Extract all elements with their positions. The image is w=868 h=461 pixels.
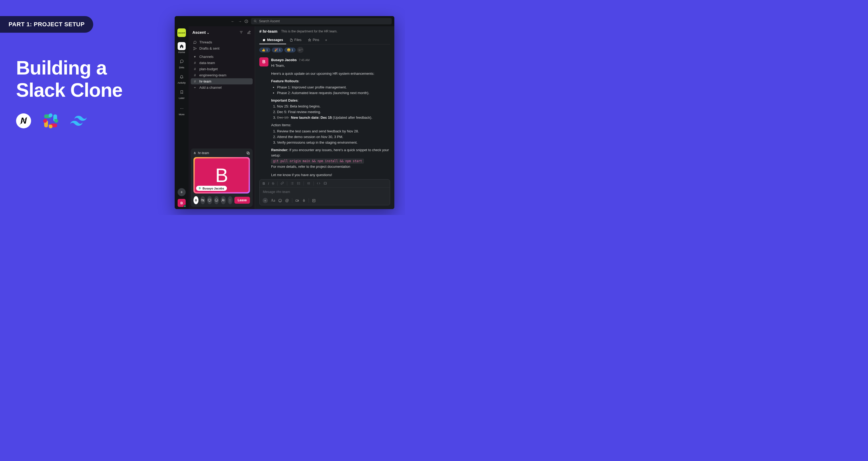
- user-avatar[interactable]: B: [178, 199, 186, 207]
- leave-button[interactable]: Leave: [235, 197, 250, 204]
- message-author[interactable]: Busayo Jacobs: [271, 57, 297, 63]
- blockquote-button[interactable]: [307, 181, 310, 185]
- svg-rect-4: [195, 199, 196, 201]
- tab-files[interactable]: Files: [287, 36, 304, 44]
- screen-share-button[interactable]: [207, 196, 212, 204]
- bullet-list-button[interactable]: [297, 181, 301, 185]
- link-button[interactable]: [280, 181, 284, 185]
- video-clip-button[interactable]: [295, 198, 299, 203]
- message-text: Let me know if you have any questions!: [271, 172, 390, 177]
- huddle-participant-badge: ⊪Busayo Jacobs: [196, 186, 227, 191]
- rail-dms[interactable]: DMs: [176, 56, 188, 70]
- bell-icon: [178, 73, 186, 81]
- huddle-more-button[interactable]: ⋮: [228, 196, 233, 204]
- italic-button[interactable]: I: [268, 181, 269, 185]
- caret-down-icon: ▾: [193, 55, 197, 59]
- channel-title[interactable]: # hr-team: [259, 29, 278, 33]
- slack-logo-icon: [43, 113, 58, 128]
- search-input[interactable]: Search Ascent: [251, 18, 392, 24]
- channels-section[interactable]: ▾Channels: [191, 54, 253, 60]
- more-icon: ⋯: [178, 104, 186, 112]
- nav-back-icon[interactable]: ←: [231, 19, 235, 23]
- channel-description: This is the department for the HR team.: [281, 29, 338, 33]
- formatting-button[interactable]: Aa: [271, 198, 275, 203]
- mic-button[interactable]: [193, 196, 198, 204]
- workspace-badge[interactable]: ascent: [177, 28, 186, 37]
- sidebar-threads[interactable]: Threads: [191, 39, 253, 45]
- list-item: Attend the demo session on Nov 30, 3 PM.: [277, 134, 390, 140]
- section-header: Feature Rollouts: [271, 79, 299, 83]
- emoji-button[interactable]: [214, 196, 219, 204]
- sidebar-label: Channels: [199, 55, 214, 59]
- bookmark-icon: [178, 88, 186, 96]
- rail-home[interactable]: Home: [176, 41, 188, 55]
- message-text: Reminder: If you encounter any issues, h…: [271, 147, 390, 158]
- add-workspace-button[interactable]: +: [178, 188, 186, 196]
- section-header: Important Dates: [271, 98, 298, 102]
- audio-clip-button[interactable]: [302, 199, 306, 202]
- codeblock-button[interactable]: [323, 181, 327, 185]
- sidebar-channel[interactable]: #data-team: [191, 60, 253, 66]
- popout-icon[interactable]: [246, 151, 250, 155]
- sidebar-channel[interactable]: #plan-budget: [191, 66, 253, 72]
- add-reaction-button[interactable]: ☺⁺: [297, 47, 304, 53]
- add-channel[interactable]: +Add a channel: [191, 85, 253, 91]
- tab-label: Pins: [313, 38, 319, 42]
- huddle-panel: ⋔hr-team B ⊪Busayo Jacobs ⋮ Leave: [191, 149, 253, 207]
- rail-later[interactable]: Later: [176, 87, 188, 101]
- attach-button[interactable]: +: [262, 198, 268, 203]
- compose-icon[interactable]: [247, 30, 251, 34]
- rail-label: Activity: [178, 81, 186, 84]
- svg-point-9: [297, 182, 298, 183]
- hero-title-line2: Slack Clone: [16, 79, 172, 101]
- svg-rect-14: [296, 200, 298, 201]
- sidebar-label: Add a channel: [199, 86, 222, 90]
- svg-point-1: [254, 20, 256, 22]
- emoji-picker-button[interactable]: [278, 198, 282, 203]
- bold-button[interactable]: B: [262, 181, 265, 185]
- tab-pins[interactable]: Pins: [305, 36, 322, 44]
- hero-title-line1: Building a: [16, 57, 172, 79]
- workspace-rail: ascent Home DMs Activity Later ⋯ More: [175, 26, 189, 209]
- sidebar-channel[interactable]: #hr-team: [191, 78, 253, 85]
- message-avatar[interactable]: B: [259, 57, 269, 66]
- history-icon[interactable]: [244, 19, 248, 23]
- threads-icon: [193, 40, 197, 44]
- tab-messages[interactable]: Messages: [259, 36, 286, 44]
- workspace-name[interactable]: Ascent ⌄: [192, 30, 209, 35]
- reaction-pill[interactable]: 👍1: [259, 48, 270, 52]
- tab-label: Messages: [267, 38, 283, 42]
- reactions-bar: 👍1 🎉1 😄1 ☺⁺: [255, 44, 394, 55]
- list-item: Review the test cases and send feedback …: [277, 129, 390, 134]
- mention-button[interactable]: @: [285, 198, 289, 203]
- file-icon: [289, 38, 293, 42]
- message-time: 7:45 AM: [299, 58, 309, 62]
- filter-icon[interactable]: [239, 30, 243, 34]
- rail-activity[interactable]: Activity: [176, 71, 188, 86]
- tech-logos: N: [16, 113, 172, 128]
- nav-forward-icon[interactable]: →: [238, 19, 242, 23]
- hash-icon: #: [193, 67, 197, 71]
- add-tab-button[interactable]: +: [323, 36, 330, 44]
- hash-icon: #: [193, 61, 197, 65]
- code-button[interactable]: [317, 181, 320, 185]
- topbar: ← → Search Ascent: [175, 16, 394, 26]
- list-item: Phase 1: Improved user profile managemen…: [277, 85, 390, 90]
- list-item: Phase 2: Automated leave requests (launc…: [277, 90, 390, 96]
- composer-input[interactable]: Mesage #hr-team: [259, 188, 390, 196]
- reaction-pill[interactable]: 😄1: [284, 48, 296, 52]
- shortcuts-button[interactable]: [312, 198, 316, 203]
- rail-more[interactable]: ⋯ More: [176, 103, 188, 117]
- reaction-pill[interactable]: 🎉1: [272, 48, 283, 52]
- invite-button[interactable]: [221, 196, 226, 204]
- strike-button[interactable]: S: [272, 181, 274, 185]
- sidebar-channel[interactable]: #engineering-team: [191, 72, 253, 78]
- message-text: Hi Team,: [271, 63, 390, 68]
- video-off-button[interactable]: [200, 196, 206, 204]
- message-list[interactable]: B Busayo Jacobs 7:45 AM Hi Team, Here's …: [255, 55, 394, 177]
- message-text: Here's a quick update on our upcoming HR…: [271, 71, 390, 76]
- ordered-list-button[interactable]: [290, 181, 294, 185]
- sidebar-drafts[interactable]: Drafts & sent: [191, 45, 253, 52]
- home-icon: [178, 42, 186, 50]
- channel-tabs: Messages Files Pins +: [259, 36, 390, 44]
